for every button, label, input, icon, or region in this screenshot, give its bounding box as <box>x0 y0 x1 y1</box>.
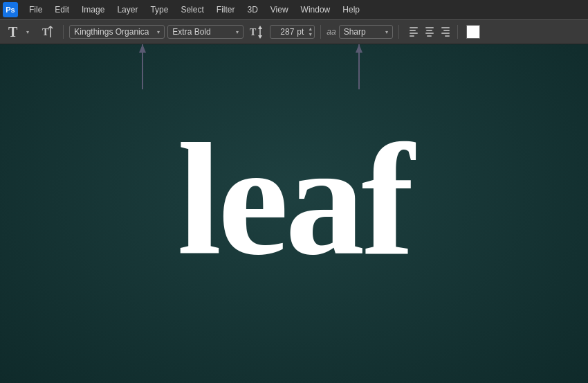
toolbar: T ▾ T Kingthings Organica ▾ Extra Bold ▾… <box>0 19 588 44</box>
text-tool-icon: T <box>8 25 17 39</box>
align-right-button[interactable] <box>438 25 452 39</box>
antialiasing-dropdown[interactable]: Sharp ▾ <box>339 25 393 39</box>
antialiasing-label: aa <box>327 27 336 37</box>
font-size-icon: T <box>249 24 264 39</box>
align-left-icon <box>410 27 419 37</box>
menu-view[interactable]: View <box>265 3 294 17</box>
font-style-chevron: ▾ <box>236 29 239 35</box>
font-family-dropdown[interactable]: Kingthings Organica ▾ <box>69 25 165 39</box>
font-family-value: Kingthings Organica <box>74 27 149 37</box>
orient-text-button[interactable]: T <box>38 24 57 40</box>
font-size-input[interactable] <box>270 26 297 38</box>
text-tool-button[interactable]: T <box>6 24 20 40</box>
menu-file[interactable]: File <box>24 3 48 17</box>
svg-text:T: T <box>250 27 257 37</box>
font-size-container[interactable]: pt ▲ ▼ <box>270 25 315 39</box>
menu-window[interactable]: Window <box>295 3 336 17</box>
menu-help[interactable]: Help <box>337 3 365 17</box>
font-size-unit: pt <box>297 26 306 38</box>
font-size-down[interactable]: ▼ <box>308 32 313 37</box>
antialiasing-value: Sharp <box>344 27 366 37</box>
text-tool-chevron: ▾ <box>26 29 29 35</box>
orient-text-icon: T <box>41 25 55 39</box>
align-group <box>407 25 452 39</box>
svg-marker-9 <box>139 44 146 53</box>
font-family-chevron: ▾ <box>157 29 160 35</box>
text-color-swatch[interactable] <box>466 25 480 39</box>
align-center-button[interactable] <box>423 25 437 39</box>
sep2 <box>320 25 321 39</box>
align-center-icon <box>425 27 434 37</box>
menu-bar: Ps File Edit Image Layer Type Select Fil… <box>0 0 588 19</box>
svg-marker-11 <box>356 44 362 53</box>
text-tool-dropdown[interactable]: ▾ <box>23 27 33 37</box>
menu-layer[interactable]: Layer <box>111 3 143 17</box>
arrow-svg-left <box>136 44 149 96</box>
svg-marker-6 <box>258 26 262 29</box>
menu-type[interactable]: Type <box>145 3 174 17</box>
font-size-up[interactable]: ▲ <box>308 26 313 32</box>
annotation-arrow-font-family <box>136 44 149 96</box>
menu-filter[interactable]: Filter <box>211 3 241 17</box>
font-size-arrows: ▲ ▼ <box>306 26 314 37</box>
menu-3d[interactable]: 3D <box>241 3 263 17</box>
align-left-button[interactable] <box>407 25 421 39</box>
menu-edit[interactable]: Edit <box>49 3 75 17</box>
menu-image[interactable]: Image <box>76 3 110 17</box>
sep1 <box>63 25 64 39</box>
arrow-svg-right <box>352 44 366 96</box>
align-right-icon <box>440 27 450 37</box>
sep4 <box>457 25 458 39</box>
canvas-text: leaf <box>177 120 411 279</box>
svg-text:T: T <box>42 27 49 37</box>
ps-logo: Ps <box>3 2 18 17</box>
font-style-value: Extra Bold <box>172 27 210 37</box>
menu-select[interactable]: Select <box>175 3 209 17</box>
font-size-icon-button: T <box>246 23 267 41</box>
font-style-dropdown[interactable]: Extra Bold ▾ <box>167 25 244 39</box>
antialiasing-chevron: ▾ <box>385 29 388 35</box>
annotation-arrow-font-size <box>352 44 366 96</box>
svg-marker-7 <box>258 35 262 39</box>
sep3 <box>398 25 399 39</box>
